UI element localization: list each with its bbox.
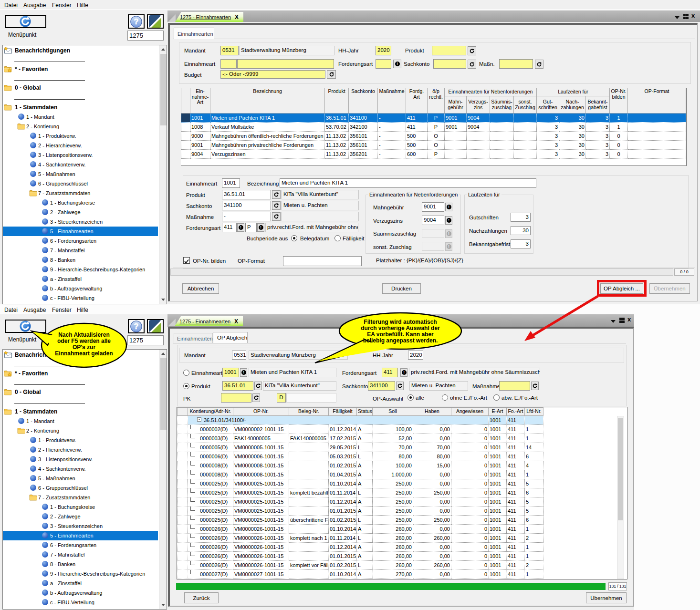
svg-text:?: ? bbox=[134, 18, 139, 26]
svg-text:?: ? bbox=[134, 322, 139, 331]
